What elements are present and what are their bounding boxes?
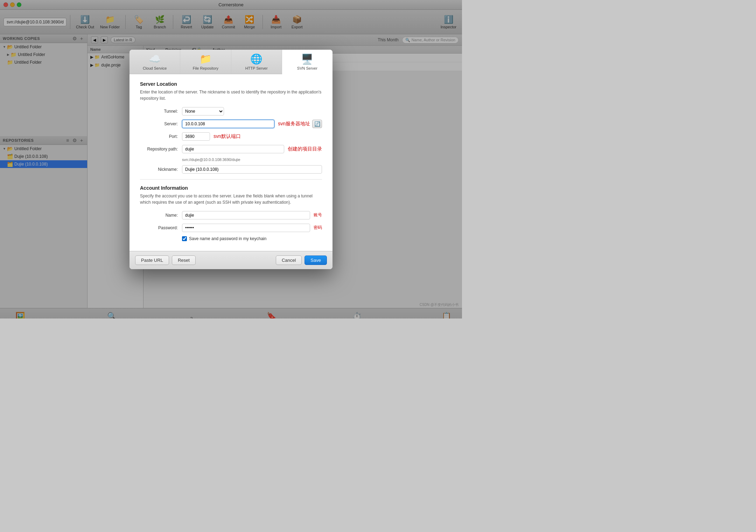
- svn-server-modal: ☁️ Cloud Service 📁 File Repository 🌐 HTT…: [130, 50, 332, 269]
- cloud-tab-icon: ☁️: [149, 53, 161, 65]
- svn-tab-label: SVN Server: [297, 66, 317, 70]
- port-row: Port: svn默认端口: [140, 132, 322, 141]
- modal-overlay: ☁️ Cloud Service 📁 File Repository 🌐 HTT…: [0, 0, 462, 318]
- cancel-button[interactable]: Cancel: [276, 255, 302, 265]
- password-row: Password: 密码: [140, 224, 322, 232]
- modal-divider: [140, 179, 322, 180]
- modal-footer: Paste URL Reset Cancel Save: [130, 251, 332, 269]
- url-display: svn://dujie@10.0.0.108:3690/dujie: [140, 158, 322, 162]
- nickname-input[interactable]: [182, 165, 322, 174]
- tab-svn[interactable]: 🖥️ SVN Server: [282, 50, 332, 74]
- server-location-desc: Enter the location of the server. The ni…: [140, 89, 322, 102]
- name-input[interactable]: [182, 211, 310, 219]
- port-input[interactable]: [182, 132, 210, 141]
- server-row: Server: svn服务器地址 🔄: [140, 120, 322, 128]
- account-info-section: Account Information Specify the account …: [140, 185, 322, 241]
- tab-cloud[interactable]: ☁️ Cloud Service: [130, 50, 180, 74]
- server-label: Server:: [140, 121, 182, 126]
- tunnel-label: Tunnel:: [140, 109, 182, 114]
- http-tab-icon: 🌐: [250, 53, 262, 65]
- tunnel-row: Tunnel: None: [140, 107, 322, 115]
- svn-tab-icon: 🖥️: [301, 53, 313, 65]
- save-button[interactable]: Save: [304, 255, 327, 265]
- save-keychain-checkbox[interactable]: [182, 236, 187, 241]
- paste-url-button[interactable]: Paste URL: [135, 255, 169, 265]
- server-refresh-button[interactable]: 🔄: [312, 120, 322, 128]
- password-annotation: 密码: [314, 225, 322, 231]
- footer-left: Paste URL Reset: [135, 255, 196, 265]
- server-location-section: Server Location Enter the location of th…: [140, 81, 322, 174]
- cloud-tab-label: Cloud Service: [143, 66, 167, 70]
- reset-button[interactable]: Reset: [172, 255, 196, 265]
- save-keychain-row: Save name and password in my keychain: [140, 236, 322, 241]
- file-tab-label: File Repository: [193, 66, 218, 70]
- tab-file[interactable]: 📁 File Repository: [180, 50, 231, 74]
- file-tab-icon: 📁: [200, 53, 212, 65]
- account-info-desc: Specify the account you use to access th…: [140, 193, 322, 205]
- tab-http[interactable]: 🌐 HTTP Server: [231, 50, 282, 74]
- server-location-title: Server Location: [140, 81, 322, 87]
- server-input[interactable]: [182, 120, 274, 128]
- password-input[interactable]: [182, 224, 310, 232]
- http-tab-label: HTTP Server: [245, 66, 268, 70]
- repo-path-annotation: 创建的项目目录: [288, 146, 322, 152]
- tunnel-select[interactable]: None: [182, 107, 224, 115]
- server-annotation: svn服务器地址: [278, 121, 310, 127]
- port-annotation: svn默认端口: [214, 133, 241, 140]
- password-label: Password:: [140, 225, 182, 230]
- save-keychain-label: Save name and password in my keychain: [189, 236, 266, 241]
- modal-body: Server Location Enter the location of th…: [130, 74, 332, 251]
- tunnel-select-wrap: None: [182, 107, 224, 115]
- nickname-label: Nickname:: [140, 167, 182, 172]
- name-annotation: 账号: [314, 212, 322, 218]
- modal-tabs: ☁️ Cloud Service 📁 File Repository 🌐 HTT…: [130, 50, 332, 74]
- port-label: Port:: [140, 134, 182, 139]
- repo-path-input[interactable]: [182, 145, 284, 153]
- repo-path-label: Repository path:: [140, 147, 182, 152]
- repo-path-row: Repository path: 创建的项目目录: [140, 145, 322, 153]
- account-info-title: Account Information: [140, 185, 322, 191]
- nickname-row: Nickname:: [140, 165, 322, 174]
- name-label: Name:: [140, 213, 182, 218]
- name-row: Name: 账号: [140, 211, 322, 219]
- footer-right: Cancel Save: [276, 255, 327, 265]
